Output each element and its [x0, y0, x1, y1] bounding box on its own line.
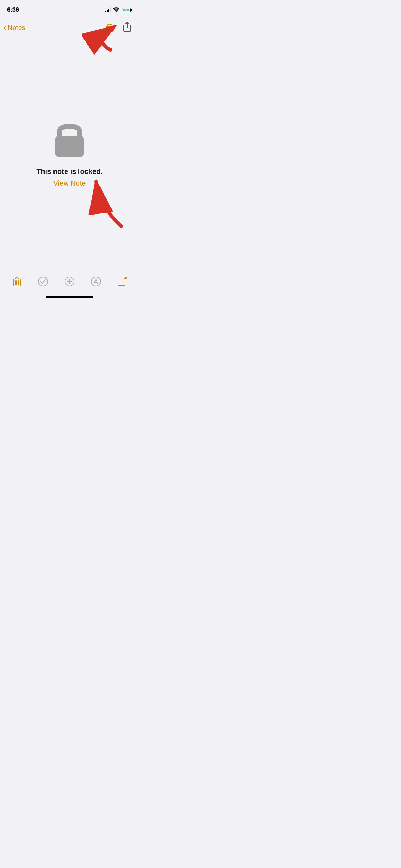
back-chevron-icon: ‹	[4, 24, 6, 32]
status-time: 6:36	[7, 6, 19, 14]
home-indicator	[46, 296, 93, 298]
back-button[interactable]: ‹ Notes	[4, 24, 25, 32]
add-button[interactable]	[61, 273, 78, 290]
compose-button[interactable]	[113, 273, 131, 290]
signal-bars-icon	[105, 7, 111, 12]
check-button[interactable]	[34, 273, 52, 290]
back-label: Notes	[7, 24, 25, 32]
delete-button[interactable]	[8, 273, 26, 290]
main-content: This note is locked. View Note	[0, 37, 139, 269]
wifi-icon	[113, 7, 119, 12]
svg-point-8	[91, 277, 101, 286]
status-bar: 6:36	[0, 0, 139, 18]
red-arrow-bottom	[82, 175, 132, 228]
battery-icon	[122, 8, 132, 12]
svg-point-6	[38, 277, 48, 286]
status-icons	[105, 7, 132, 12]
pen-button[interactable]	[87, 273, 105, 290]
svg-rect-9	[118, 278, 125, 286]
svg-rect-3	[55, 136, 84, 157]
view-note-button[interactable]: View Note	[53, 179, 86, 187]
lock-graphic	[52, 119, 87, 160]
